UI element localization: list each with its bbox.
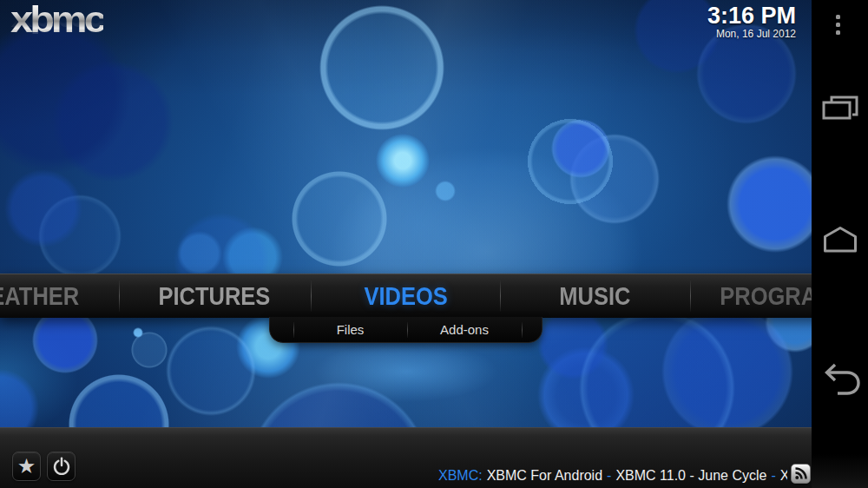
- clock: 3:16 PM Mon, 16 Jul 2012: [707, 4, 796, 40]
- power-icon: [51, 456, 72, 477]
- menu-item-label: WEATHER: [0, 281, 79, 311]
- menu-item-label: VIDEOS: [364, 281, 447, 311]
- menu-dots-icon: [836, 15, 840, 19]
- menu-item-label: PROGRAMS: [720, 281, 812, 311]
- ticker-feed-label: XBMC:: [438, 468, 483, 483]
- menu-dots-icon: [836, 23, 840, 27]
- main-content: xbmc xbmc 3:16 PM Mon, 16 Jul 2012 WEATH…: [0, 0, 812, 488]
- menu-dots-icon: [836, 30, 840, 35]
- menu-divider: [500, 280, 501, 312]
- recents-button[interactable]: [821, 94, 859, 122]
- rss-button[interactable]: [791, 464, 811, 484]
- ticker-headline: XBMC For Android: [487, 468, 602, 483]
- ticker-separator: -: [607, 468, 611, 483]
- ticker-separator: -: [771, 468, 775, 483]
- power-button[interactable]: [47, 452, 76, 481]
- xbmc-logo: xbmc xbmc: [10, 2, 132, 71]
- ticker-headline: XBMC 11.0 - June Cycle: [615, 468, 766, 483]
- menu-item-label: MUSIC: [559, 281, 630, 311]
- menu-item-music[interactable]: MUSIC: [500, 274, 690, 318]
- bottom-bar: ★ XBMC:XBMC For Android-XBMC 11.0 - June…: [0, 427, 812, 488]
- xbmc-screen: xbmc xbmc 3:16 PM Mon, 16 Jul 2012 WEATH…: [0, 0, 868, 488]
- videos-submenu: Files Add-ons: [269, 317, 542, 343]
- menu-divider: [311, 280, 312, 312]
- submenu-item-addons[interactable]: Add-ons: [407, 321, 522, 339]
- menu-item-label: PICTURES: [158, 281, 270, 311]
- xbmc-logo-reflection: xbmc: [10, 3, 103, 37]
- menu-item-weather[interactable]: WEATHER: [0, 274, 119, 318]
- rss-ticker: XBMC:XBMC For Android-XBMC 11.0 - June C…: [438, 466, 787, 485]
- menu-item-programs[interactable]: PROGRAMS: [690, 274, 812, 318]
- favorites-button[interactable]: ★: [12, 452, 41, 481]
- home-icon: [821, 224, 859, 254]
- clock-time: 3:16 PM: [707, 4, 796, 27]
- rss-icon: [793, 466, 808, 481]
- recents-icon: [821, 94, 859, 122]
- menu-item-videos[interactable]: VIDEOS: [311, 274, 501, 318]
- ticker-headline: XBMC4Xbox Upda: [780, 468, 787, 483]
- clock-date: Mon, 16 Jul 2012: [707, 28, 796, 40]
- background-bokeh: [0, 0, 812, 488]
- main-menu-bar: WEATHER PICTURES VIDEOS MUSIC PROGRAMS: [0, 274, 812, 318]
- back-icon: [819, 362, 863, 399]
- menu-divider: [119, 280, 120, 312]
- home-button[interactable]: [821, 224, 859, 254]
- menu-overflow-button[interactable]: [836, 15, 840, 35]
- menu-item-pictures[interactable]: PICTURES: [119, 274, 309, 318]
- menu-divider: [690, 280, 691, 312]
- submenu-item-files[interactable]: Files: [293, 321, 407, 339]
- submenu-divider: [522, 322, 523, 338]
- android-navbar: [812, 0, 868, 488]
- back-button[interactable]: [819, 362, 863, 399]
- star-icon: ★: [17, 456, 36, 477]
